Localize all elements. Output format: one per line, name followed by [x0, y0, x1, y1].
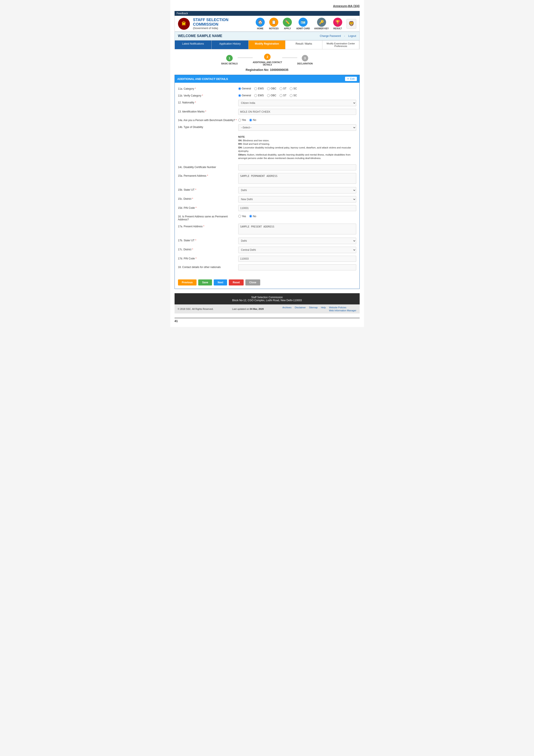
note-hh: HH: Deaf and hard of hearing. [238, 142, 356, 146]
field-note: NOTE VH: Blindness and low vision. HH: D… [178, 133, 356, 162]
nav-answer-key[interactable]: 🔑 ANSWER KEY [314, 18, 329, 30]
contact-details-input[interactable] [238, 264, 356, 270]
edit-button[interactable]: ✏ Edit [345, 77, 357, 81]
radio-verify-ews[interactable]: EWS [254, 94, 264, 97]
radio-verify-general[interactable]: General [238, 94, 251, 97]
nav-apply[interactable]: ✏️ APPLY [283, 18, 292, 30]
tab-result-marks[interactable]: Result / Marks [285, 40, 322, 49]
nav-result[interactable]: 🏆 RESULT [333, 18, 342, 30]
form-section: ADDITIONAL AND CONTACT DETAILS ✏ Edit 11… [175, 75, 360, 289]
footer-sitemap[interactable]: Sitemap [309, 306, 318, 312]
label-17d: 17d. PIN Code * [178, 256, 238, 260]
perm-district-select[interactable]: New Delhi [238, 196, 356, 202]
action-bar: Previous Save Next Reset Close [175, 276, 359, 289]
label-15d: 15d. PIN Code * [178, 205, 238, 209]
radio-sc[interactable]: SC [290, 87, 297, 90]
control-13 [238, 109, 356, 115]
steps-container: 1 BASIC DETAILS 2 ADDITIONAL AND CONTACT… [175, 49, 360, 68]
label-note-empty [178, 133, 238, 135]
control-17d [238, 256, 356, 262]
india-emblem: 🦁 [346, 19, 356, 29]
separator: - [344, 35, 345, 38]
nav-admit-card[interactable]: 🪪 ADMIT CARD [296, 18, 310, 30]
radio-disability: Yes No [238, 118, 356, 122]
radio-disability-no[interactable]: No [249, 119, 256, 122]
label-17a: 17a. Present Address * [178, 224, 238, 228]
footer-line1: Staff Selection Commission [177, 296, 357, 299]
perm-state-select[interactable]: Delhi [238, 187, 356, 194]
disability-note: NOTE VH: Blindness and low vision. HH: D… [238, 133, 356, 162]
footer-disclaimer[interactable]: Disclaimer [295, 306, 306, 312]
control-11a: General EWS OBC ST SC [238, 86, 356, 90]
pres-district-select[interactable]: Central Delhi [238, 247, 356, 253]
change-password-link[interactable]: Change Password [320, 35, 341, 38]
nav-notices[interactable]: 📋 NOTICES [269, 18, 278, 30]
identification-marks-input[interactable] [238, 109, 356, 115]
radio-obc[interactable]: OBC [267, 87, 276, 90]
pres-pincode-input[interactable] [238, 256, 356, 262]
field-14b: 14b. Type of Disability --Select-- [178, 124, 356, 131]
footer-help[interactable]: Help [321, 306, 326, 312]
nationality-select[interactable]: Citizen India [238, 100, 356, 106]
radio-disability-yes[interactable]: Yes [238, 119, 246, 122]
step-1-label: BASIC DETAILS [221, 63, 238, 65]
disability-cert-input[interactable] [238, 164, 356, 171]
field-17d: 17d. PIN Code * [178, 256, 356, 262]
home-icon: 🏠 [256, 18, 265, 27]
welcome-actions: Change Password - Logout [320, 35, 356, 38]
footer-archives[interactable]: Archives [282, 306, 292, 312]
radio-verify-st[interactable]: ST [280, 94, 287, 97]
footer-web-info-manager[interactable]: Web Information Manager [329, 309, 356, 312]
footer-copyright: © 2018 SSC. All Rights Reserved. [178, 308, 214, 310]
step-2-label: ADDITIONAL AND CONTACTDETAILS [253, 61, 282, 66]
admitcard-icon: 🪪 [298, 18, 308, 27]
answerkey-icon: 🔑 [317, 18, 326, 27]
pres-state-select[interactable]: Delhi [238, 238, 356, 244]
save-button[interactable]: Save [198, 280, 212, 285]
control-16: Yes No [238, 214, 356, 218]
reset-button[interactable]: Reset [229, 280, 244, 285]
radio-st[interactable]: ST [280, 87, 287, 90]
feedback-label: Feedback [177, 12, 188, 15]
nav-home[interactable]: 🏠 HOME [256, 18, 265, 30]
tab-modify-exam-center[interactable]: Modify Examination Center Preferences [322, 40, 359, 49]
field-12: 12. Nationality * Citizen India [178, 100, 356, 106]
label-13: 13. Identification Marks * [178, 109, 238, 113]
logout-link[interactable]: Logout [348, 35, 356, 38]
next-button[interactable]: Next [214, 280, 227, 285]
field-15d: 15d. PIN Code * [178, 205, 356, 211]
footer-website-policies[interactable]: Website Policies [329, 306, 356, 309]
tab-latest-notifications[interactable]: Latest Notifications [175, 40, 212, 49]
label-14a: 14a. Are you a Person with Benchmark Dis… [178, 118, 238, 122]
permanent-address-input[interactable]: SAMPLE PERMANENT ADDRESS [238, 173, 356, 184]
perm-pincode-input[interactable] [238, 205, 356, 211]
field-14a: 14a. Are you a Person with Benchmark Dis… [178, 118, 356, 122]
tab-modify-registration[interactable]: Modify Registration [249, 40, 286, 49]
control-12: Citizen India [238, 100, 356, 106]
label-17c: 17c. District * [178, 247, 238, 251]
radio-same-address: Yes No [238, 214, 356, 218]
form-section-header: ADDITIONAL AND CONTACT DETAILS ✏ Edit [175, 75, 359, 83]
radio-ews[interactable]: EWS [254, 87, 264, 90]
control-15d [238, 205, 356, 211]
feedback-bar[interactable]: Feedback [175, 11, 360, 16]
apply-icon: ✏️ [283, 18, 292, 27]
label-18: 18. Contact details for other nationals [178, 264, 238, 269]
radio-same-yes[interactable]: Yes [238, 215, 246, 218]
previous-button[interactable]: Previous [178, 280, 197, 285]
present-address-input[interactable]: SAMPLE PRESENT ADDRESS [238, 224, 356, 234]
radio-same-no[interactable]: No [249, 215, 256, 218]
label-14b: 14b. Type of Disability [178, 124, 238, 129]
welcome-bar: WELCOME SAMPLE NAME Change Password - Lo… [175, 32, 360, 40]
label-12: 12. Nationality * [178, 100, 238, 104]
tab-application-history[interactable]: Application History [212, 40, 249, 49]
form-section-title: ADDITIONAL AND CONTACT DETAILS [177, 77, 228, 81]
radio-verify-obc[interactable]: OBC [267, 94, 276, 97]
radio-general[interactable]: General [238, 87, 251, 90]
disability-type-select[interactable]: --Select-- [238, 124, 356, 131]
step-3-label: DECLARATION [297, 63, 313, 65]
radio-verify-sc[interactable]: SC [290, 94, 297, 97]
step-1: 1 BASIC DETAILS [221, 55, 238, 65]
close-button[interactable]: Close [245, 280, 260, 285]
header: 🏛 STAFF SELECTION COMMISSION (Government… [175, 16, 360, 32]
